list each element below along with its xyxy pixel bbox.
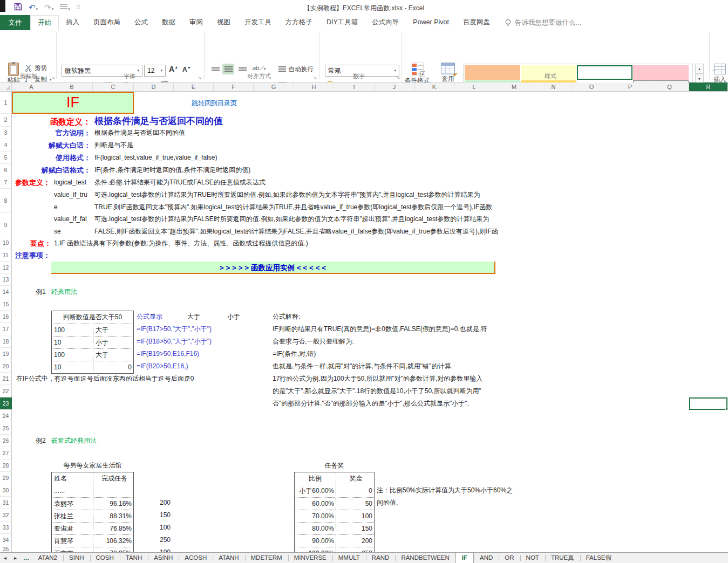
ribbon-tab[interactable]: 审阅 <box>182 15 210 30</box>
sheet-tab[interactable]: TANH <box>120 553 148 563</box>
table-row[interactable]: 100 大于 <box>52 324 133 336</box>
row-header[interactable]: 15 <box>0 298 12 311</box>
row-header[interactable]: 20 <box>0 360 12 373</box>
column-header[interactable]: J <box>375 83 414 91</box>
ribbon-tab[interactable]: 插入 <box>59 15 86 30</box>
table-row[interactable]: 100 大于 <box>52 348 133 361</box>
number-dialog-launcher[interactable]: ↘ <box>396 75 400 80</box>
sheet-tab[interactable]: FALSE假 <box>580 553 617 563</box>
ribbon-tab[interactable]: 公式 <box>127 15 155 30</box>
column-header[interactable]: F <box>214 83 254 91</box>
table-row[interactable]: 10 0 <box>52 361 133 373</box>
table-row[interactable]: ...... <box>52 485 133 497</box>
cell-style-item[interactable] <box>633 65 689 80</box>
column-header[interactable]: D <box>134 83 174 91</box>
bonus-value[interactable]: 200 <box>134 497 173 509</box>
sheet-tab[interactable]: ATANH <box>213 553 244 563</box>
column-header[interactable]: R <box>689 83 728 91</box>
column-header[interactable]: A <box>12 83 51 91</box>
row-header[interactable]: 7 <box>0 176 12 189</box>
row-header[interactable]: 11 <box>0 249 12 262</box>
formula-cell[interactable]: =IF(B20>50,E16,) <box>137 360 212 373</box>
function-title-cell[interactable]: IF <box>12 92 134 114</box>
row-header[interactable]: 5 <box>0 152 12 164</box>
tell-me-box[interactable]: 告诉我您想要做什么... <box>497 15 581 30</box>
table-row[interactable]: 10 小于 <box>52 336 133 348</box>
clipboard-dialog-launcher[interactable]: ↘ <box>51 75 56 80</box>
row-header[interactable]: 16 <box>0 311 12 323</box>
table-row[interactable]: 张桂兰 88.31% <box>52 510 133 522</box>
formula-cell[interactable]: =IF(B17>50,"大于","小于") <box>137 323 212 335</box>
table-row[interactable]: 王京京 78.95% <box>52 547 133 552</box>
column-header[interactable]: N <box>534 83 573 91</box>
column-header[interactable]: I <box>334 83 375 91</box>
sheet-tab[interactable]: COSH <box>90 553 120 563</box>
cut-button[interactable]: 剪切 <box>25 64 47 72</box>
ribbon-tab[interactable]: 方方格子 <box>278 15 319 30</box>
column-header[interactable]: L <box>454 83 494 91</box>
grow-font-button[interactable]: A▲ <box>169 65 178 73</box>
gallery-scroll-up[interactable]: ▲ <box>695 64 704 74</box>
bonus-value[interactable]: 250 <box>134 534 173 546</box>
ribbon-tab[interactable]: 开发工具 <box>237 15 278 30</box>
formula-cell[interactable]: =IF(B18>50,"大于","小于") <box>137 335 212 348</box>
table-row[interactable]: 70.00% 100 <box>295 510 374 522</box>
column-header[interactable]: O <box>573 83 610 91</box>
column-header[interactable]: H <box>294 83 334 91</box>
row-header[interactable]: 8 <box>0 189 12 213</box>
column-header[interactable]: G <box>254 83 294 91</box>
sheet-tab[interactable]: SINH <box>63 553 90 563</box>
column-header[interactable]: P <box>610 83 650 91</box>
ribbon-tab[interactable]: 页面布局 <box>86 15 127 30</box>
column-header[interactable]: M <box>494 83 534 91</box>
sheet-tab[interactable]: IF <box>455 553 474 563</box>
row-header[interactable]: 23 <box>0 397 12 410</box>
alignment-dialog-launcher[interactable]: ↘ <box>313 75 317 80</box>
row-header[interactable]: 4 <box>0 139 12 152</box>
row-header[interactable]: 31 <box>0 497 12 509</box>
table-row[interactable]: 袁丽琴 96.16% <box>52 497 133 510</box>
ribbon-tab[interactable]: 开始 <box>30 15 59 30</box>
orientation-button[interactable]: ab⟋▾ <box>253 65 265 72</box>
bonus-value[interactable]: 100 <box>134 521 173 534</box>
row-header[interactable]: 30 <box>0 484 12 497</box>
row-header[interactable]: 10 <box>0 237 12 249</box>
ribbon-tab[interactable]: 数据 <box>155 15 182 30</box>
sheet-tab[interactable]: RAND <box>366 553 396 563</box>
table-row[interactable]: 90.00% 200 <box>295 534 374 547</box>
sheet-tab[interactable]: MINVERSE <box>288 553 332 563</box>
table-row[interactable]: 小于60.00% 0 <box>295 485 374 497</box>
row-header[interactable]: 35 <box>0 546 12 552</box>
cell-style-item[interactable] <box>577 65 632 80</box>
sheet-tab[interactable]: RANDBETWEEN <box>395 553 455 563</box>
row-header[interactable]: 25 <box>0 422 12 435</box>
sheet-nav-left[interactable]: ◂ <box>0 553 10 563</box>
row-header[interactable]: 26 <box>0 435 12 447</box>
row-header[interactable]: 29 <box>0 472 12 484</box>
column-header[interactable]: B <box>51 83 93 91</box>
row-header[interactable]: 12 <box>0 262 12 274</box>
table-row[interactable]: 肖慧琴 106.32% <box>52 534 133 547</box>
cell-style-item[interactable] <box>465 65 520 80</box>
ribbon-tab[interactable]: 百度网盘 <box>456 15 497 30</box>
row-header[interactable]: 2 <box>0 114 12 127</box>
ribbon-tab[interactable]: DIY工具箱 <box>319 15 365 30</box>
sheet-tab[interactable]: AND <box>474 553 499 563</box>
sheet-tab[interactable]: MDETERM <box>245 553 288 563</box>
sheet-tab[interactable]: OR <box>499 553 520 563</box>
fill-handle[interactable] <box>725 408 728 410</box>
row-header[interactable]: 18 <box>0 335 12 348</box>
row-header[interactable]: 13 <box>0 274 12 286</box>
back-to-index-link[interactable]: 跳转回到目录页 <box>174 97 255 109</box>
row-header[interactable]: 9 <box>0 213 12 237</box>
bonus-value[interactable]: 100 <box>134 546 173 552</box>
row-header[interactable]: 28 <box>0 459 12 472</box>
shrink-font-button[interactable]: A▼ <box>182 66 191 73</box>
row-header[interactable]: 1 <box>0 92 12 114</box>
sheet-tabs-ellipsis[interactable]: ... <box>21 553 32 563</box>
formula-cell[interactable]: =IF(B19>50,E16,F16) <box>137 348 212 360</box>
row-header[interactable]: 21 <box>0 373 12 385</box>
row-header[interactable]: 19 <box>0 348 12 360</box>
ribbon-tab[interactable]: 公式向导 <box>365 15 406 30</box>
column-header[interactable]: E <box>174 83 214 91</box>
